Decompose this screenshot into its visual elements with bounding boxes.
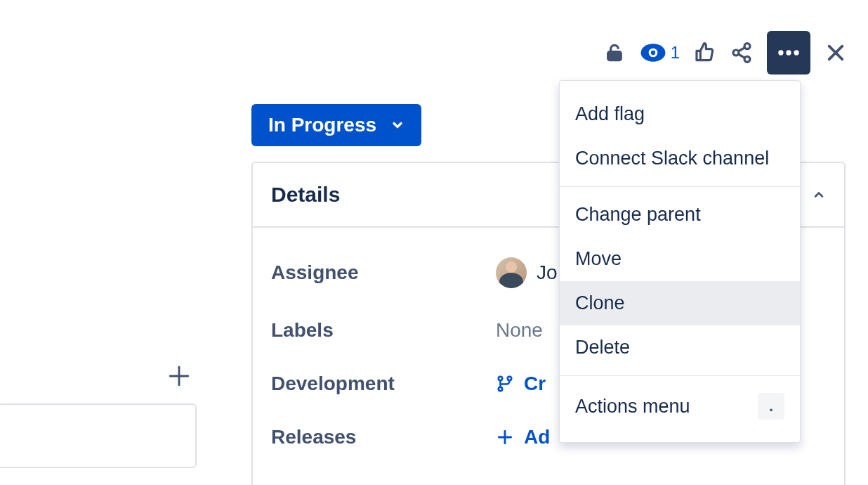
- svg-point-14: [499, 377, 502, 380]
- releases-action: Ad: [524, 426, 550, 448]
- menu-add-flag[interactable]: Add flag: [560, 92, 800, 136]
- svg-point-16: [499, 387, 502, 391]
- kbd-shortcut: .: [758, 393, 784, 420]
- dropdown-group-3: Actions menu .: [560, 375, 800, 436]
- more-actions-button[interactable]: [767, 31, 810, 75]
- status-dropdown[interactable]: In Progress: [251, 104, 421, 146]
- field-label-assignee: Assignee: [271, 261, 496, 284]
- status-label: In Progress: [268, 114, 376, 136]
- svg-point-4: [744, 44, 750, 49]
- watch-button[interactable]: 1: [640, 39, 680, 66]
- close-icon[interactable]: [824, 41, 847, 64]
- development-action: Cr: [524, 373, 546, 395]
- watch-count: 1: [671, 43, 680, 63]
- menu-delete[interactable]: Delete: [560, 325, 800, 370]
- menu-move[interactable]: Move: [560, 237, 800, 281]
- left-panel-stub: [0, 403, 197, 468]
- svg-point-3: [650, 51, 655, 55]
- field-value-assignee[interactable]: Jo: [496, 257, 558, 288]
- svg-point-10: [786, 50, 791, 55]
- svg-rect-0: [607, 52, 621, 60]
- assignee-name: Jo: [537, 261, 558, 284]
- labels-value: None: [496, 319, 543, 342]
- menu-change-parent[interactable]: Change parent: [560, 193, 800, 237]
- details-title: Details: [271, 183, 340, 207]
- branch-icon: [496, 375, 514, 393]
- field-value-development[interactable]: Cr: [496, 373, 546, 395]
- issue-action-toolbar: 1: [603, 31, 847, 75]
- field-label-labels: Labels: [271, 319, 496, 342]
- avatar: [496, 257, 527, 288]
- field-label-releases: Releases: [271, 426, 496, 448]
- plus-icon: [496, 428, 514, 446]
- svg-line-7: [738, 48, 744, 51]
- svg-point-9: [778, 50, 783, 55]
- svg-point-11: [794, 50, 798, 55]
- lock-icon[interactable]: [603, 41, 626, 64]
- dropdown-group-1: Add flag Connect Slack channel: [560, 86, 800, 186]
- svg-point-5: [733, 50, 739, 56]
- menu-actions-menu[interactable]: Actions menu .: [560, 382, 800, 431]
- svg-point-6: [744, 56, 750, 62]
- field-value-labels[interactable]: None: [496, 319, 543, 342]
- menu-connect-slack[interactable]: Connect Slack channel: [560, 136, 800, 181]
- dropdown-group-2: Change parent Move Clone Delete: [560, 186, 800, 375]
- add-button[interactable]: [167, 364, 191, 391]
- share-icon[interactable]: [730, 41, 753, 64]
- field-label-development: Development: [271, 373, 496, 395]
- menu-clone[interactable]: Clone: [560, 281, 800, 325]
- field-value-releases[interactable]: Ad: [496, 426, 550, 448]
- thumbs-up-icon[interactable]: [694, 41, 716, 64]
- chevron-up-icon: [812, 188, 826, 202]
- chevron-down-icon: [390, 118, 405, 132]
- svg-point-15: [508, 377, 511, 380]
- svg-line-8: [738, 54, 744, 58]
- more-actions-menu: Add flag Connect Slack channel Change pa…: [559, 80, 801, 443]
